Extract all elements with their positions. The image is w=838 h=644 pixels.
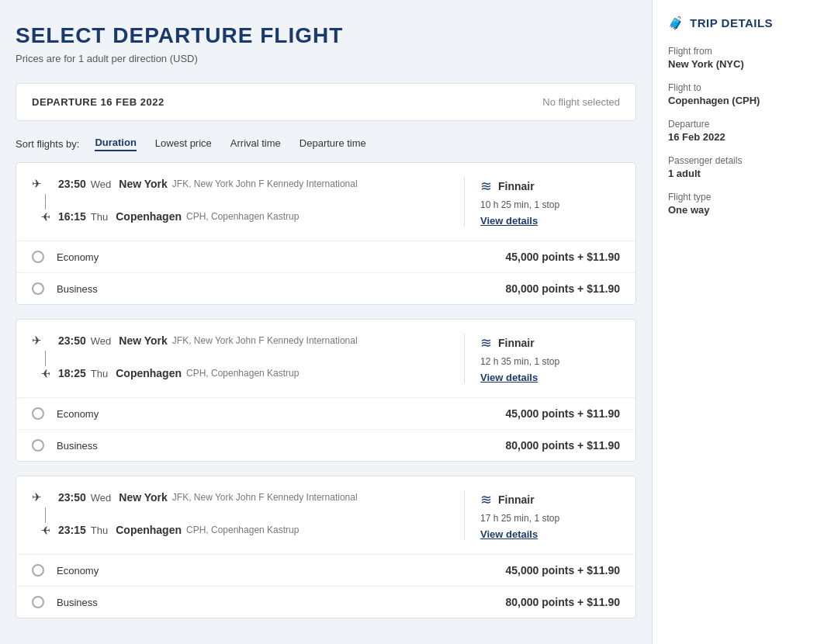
detail-value-flight-type: One way [668, 204, 822, 216]
radio-2-2[interactable] [32, 439, 44, 452]
dep-city: New York [119, 491, 168, 504]
detail-label-flight-from: Flight from [668, 46, 822, 57]
detail-group-departure: Departure 16 Feb 2022 [668, 119, 822, 143]
departure-bar: DEPARTURE 16 FEB 2022 No flight selected [16, 83, 636, 121]
detail-group-flight-from: Flight from New York (NYC) [668, 46, 822, 70]
connector-1 [32, 194, 50, 209]
dep-city: New York [119, 178, 168, 190]
flight-route-3: ✈ 23:50 Wed New York JFK, New York John … [32, 490, 448, 540]
flight-divider-3 [464, 490, 465, 540]
airline-name-1: Finnair [498, 180, 535, 192]
arr-city: Copenhagen [116, 524, 182, 536]
fare-row-1-2[interactable]: Business 80,000 points + $11.90 [16, 273, 635, 304]
takeoff-icon: ✈ [32, 334, 50, 348]
fare-row-1-1[interactable]: Economy 45,000 points + $11.90 [16, 241, 635, 273]
no-flight-status: No flight selected [542, 96, 620, 108]
fare-row-3-2[interactable]: Business 80,000 points + $11.90 [16, 587, 635, 618]
fare-row-2-1[interactable]: Economy 45,000 points + $11.90 [16, 398, 635, 430]
land-icon: ✈ [32, 209, 50, 223]
arrival-row-2: ✈ 18:25 Thu Copenhagen CPH, Copenhagen K… [32, 366, 448, 380]
radio-3-2[interactable] [32, 596, 44, 608]
departure-row-3: ✈ 23:50 Wed New York JFK, New York John … [32, 490, 448, 504]
flight-info-3: ≋ Finnair 17 h 25 min, 1 stop View detai… [480, 490, 620, 540]
sort-arrival-time[interactable]: Arrival time [230, 137, 281, 151]
flight-divider-2 [464, 334, 465, 383]
airline-logo-2: ≋ Finnair [480, 334, 620, 351]
arr-time: 18:25 [58, 367, 86, 379]
flight-main-3: ✈ 23:50 Wed New York JFK, New York John … [16, 476, 635, 555]
dep-day: Wed [91, 492, 112, 504]
sort-departure-time[interactable]: Departure time [300, 137, 366, 151]
airline-icon-3: ≋ [480, 491, 492, 508]
sidebar: 🧳 TRIP DETAILS Flight from New York (NYC… [652, 0, 838, 644]
arr-airport: CPH, Copenhagen Kastrup [186, 525, 299, 535]
flight-main-1: ✈ 23:50 Wed New York JFK, New York John … [16, 163, 635, 241]
flight-cards-container: ✈ 23:50 Wed New York JFK, New York John … [16, 162, 636, 618]
land-icon: ✈ [32, 366, 50, 380]
radio-3-1[interactable] [32, 564, 44, 576]
flight-info-1: ≋ Finnair 10 h 25 min, 1 stop View detai… [480, 177, 620, 227]
fare-price-3-2: 80,000 points + $11.90 [506, 596, 620, 608]
fare-class-2-2: Business [57, 440, 506, 452]
suitcase-icon: 🧳 [668, 16, 684, 30]
fare-class-1-1: Economy [57, 251, 506, 263]
view-details-2[interactable]: View details [480, 372, 620, 383]
dep-time: 23:50 [58, 334, 86, 347]
sort-bar: Sort flights by: Duration Lowest price A… [16, 137, 636, 151]
fare-row-3-1[interactable]: Economy 45,000 points + $11.90 [16, 555, 635, 587]
arr-city: Copenhagen [116, 367, 182, 379]
departure-label: DEPARTURE 16 FEB 2022 [32, 96, 164, 108]
arr-airport: CPH, Copenhagen Kastrup [186, 211, 299, 222]
arr-time: 23:15 [58, 524, 86, 536]
detail-label-flight-to: Flight to [668, 82, 822, 93]
airline-icon-2: ≋ [480, 334, 492, 351]
dep-airport: JFK, New York John F Kennedy Internation… [172, 492, 358, 503]
flight-card-3: ✈ 23:50 Wed New York JFK, New York John … [16, 476, 636, 618]
connector-line [45, 351, 46, 366]
detail-value-flight-from: New York (NYC) [668, 58, 822, 70]
sort-duration[interactable]: Duration [95, 137, 136, 151]
flight-duration-1: 10 h 25 min, 1 stop [480, 199, 620, 210]
flight-card-1: ✈ 23:50 Wed New York JFK, New York John … [16, 162, 636, 305]
sidebar-details: Flight from New York (NYC) Flight to Cop… [668, 46, 822, 216]
detail-value-departure: 16 Feb 2022 [668, 131, 822, 143]
flight-main-2: ✈ 23:50 Wed New York JFK, New York John … [16, 320, 635, 398]
radio-2-1[interactable] [32, 407, 44, 420]
fare-class-3-2: Business [57, 597, 506, 608]
flight-info-2: ≋ Finnair 12 h 35 min, 1 stop View detai… [480, 334, 620, 383]
takeoff-icon: ✈ [32, 177, 50, 191]
arr-day: Thu [91, 368, 108, 379]
arr-time: 16:15 [58, 210, 86, 223]
airline-icon-1: ≋ [480, 178, 492, 195]
sort-lowest-price[interactable]: Lowest price [155, 137, 212, 151]
arr-day: Thu [91, 525, 108, 536]
view-details-3[interactable]: View details [480, 528, 620, 540]
detail-label-passenger-details: Passenger details [668, 155, 822, 166]
airline-name-3: Finnair [498, 493, 535, 506]
connector-3 [32, 507, 50, 523]
radio-1-2[interactable] [32, 282, 44, 295]
page-title: SELECT DEPARTURE FLIGHT [16, 23, 636, 48]
arr-airport: CPH, Copenhagen Kastrup [186, 368, 299, 379]
detail-group-flight-to: Flight to Copenhagen (CPH) [668, 82, 822, 106]
detail-label-departure: Departure [668, 119, 822, 130]
fare-class-2-1: Economy [57, 408, 506, 420]
main-content: SELECT DEPARTURE FLIGHT Prices are for 1… [0, 0, 652, 644]
radio-1-1[interactable] [32, 251, 44, 263]
detail-value-passenger-details: 1 adult [668, 168, 822, 179]
airline-name-2: Finnair [498, 337, 535, 349]
detail-group-passenger-details: Passenger details 1 adult [668, 155, 822, 179]
trip-details-header: 🧳 TRIP DETAILS [668, 16, 822, 30]
airline-logo-1: ≋ Finnair [480, 178, 620, 195]
land-icon: ✈ [32, 523, 50, 537]
connector-2 [32, 351, 50, 366]
fare-price-2-2: 80,000 points + $11.90 [506, 439, 620, 452]
dep-city: New York [119, 334, 168, 347]
sort-label: Sort flights by: [16, 138, 79, 150]
departure-row-1: ✈ 23:50 Wed New York JFK, New York John … [32, 177, 448, 191]
airline-logo-3: ≋ Finnair [480, 491, 620, 508]
view-details-1[interactable]: View details [480, 215, 620, 227]
fare-row-2-2[interactable]: Business 80,000 points + $11.90 [16, 430, 635, 461]
fare-class-3-1: Economy [57, 565, 506, 576]
arr-day: Thu [91, 211, 108, 223]
